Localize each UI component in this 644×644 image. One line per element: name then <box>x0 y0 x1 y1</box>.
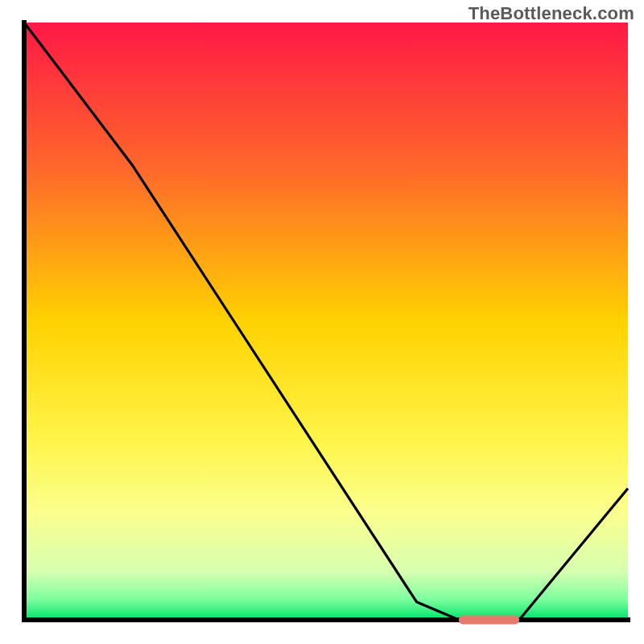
bottleneck-chart <box>0 0 644 644</box>
chart-container: TheBottleneck.com <box>0 0 644 644</box>
optimal-range-marker <box>459 616 519 625</box>
watermark-label: TheBottleneck.com <box>469 3 634 24</box>
plot-background <box>24 23 628 620</box>
